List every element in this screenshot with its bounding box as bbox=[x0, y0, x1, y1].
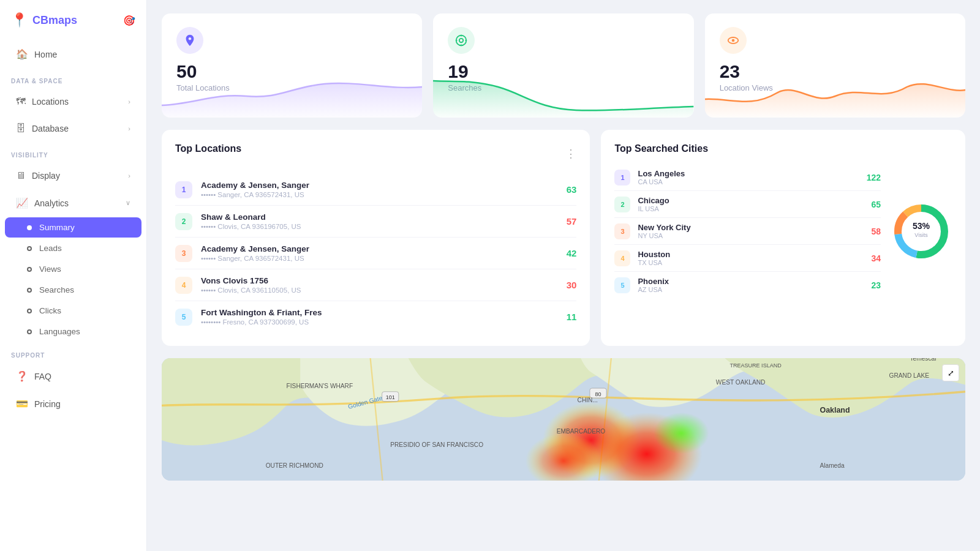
subnav-label-summary: Summary bbox=[39, 223, 75, 232]
sidebar-item-database[interactable]: 🗄 Database › bbox=[5, 116, 141, 141]
city-info-2: Chicago IL USA bbox=[638, 196, 864, 212]
subnav-label-searches: Searches bbox=[39, 285, 74, 294]
faq-icon: ❓ bbox=[16, 370, 28, 382]
svg-point-3 bbox=[731, 39, 734, 42]
location-addr-4: •••••• Clovis, CA 936110505, US bbox=[201, 287, 558, 294]
top-locations-menu-btn[interactable]: ⋮ bbox=[565, 148, 576, 159]
analytics-icon: 📈 bbox=[16, 197, 28, 209]
location-count-5: 11 bbox=[567, 312, 577, 322]
list-item: 1 Los Angeles CA USA 122 bbox=[614, 164, 881, 191]
location-addr-1: •••••• Sanger, CA 936572431, US bbox=[201, 191, 558, 198]
sidebar-item-label-database: Database bbox=[32, 124, 69, 133]
location-name-3: Academy & Jensen, Sanger bbox=[201, 244, 558, 253]
logo-target-icon[interactable]: 🎯 bbox=[123, 15, 135, 26]
rank-badge-3: 3 bbox=[175, 245, 192, 262]
city-count-5: 23 bbox=[871, 280, 881, 290]
city-name-2: Chicago bbox=[638, 196, 864, 205]
city-rank-1: 1 bbox=[614, 170, 630, 186]
svg-text:Oakland: Oakland bbox=[820, 406, 850, 414]
list-item: 4 Houston TX USA 34 bbox=[614, 245, 881, 272]
svg-text:TREASURE ISLAND: TREASURE ISLAND bbox=[729, 362, 782, 369]
location-addr-5: •••••••• Fresno, CA 937300699, US bbox=[201, 318, 558, 326]
list-item: 2 Chicago IL USA 65 bbox=[614, 191, 881, 218]
svg-text:EMBARCADERO: EMBARCADERO bbox=[557, 428, 606, 435]
location-name-4: Vons Clovis 1756 bbox=[201, 276, 558, 285]
sidebar-item-analytics[interactable]: 📈 Analytics ∨ bbox=[5, 190, 141, 216]
sidebar-item-searches[interactable]: Searches bbox=[5, 280, 141, 300]
sidebar-item-summary[interactable]: Summary bbox=[5, 217, 141, 238]
locations-icon: 🗺 bbox=[16, 96, 26, 107]
sidebar-item-pricing[interactable]: 💳 Pricing bbox=[5, 391, 141, 416]
chevron-down-icon-analytics: ∨ bbox=[126, 199, 130, 207]
location-info-2: Shaw & Leonard •••••• Clovis, CA 9361967… bbox=[201, 212, 558, 230]
analytics-subnav: Summary Leads Views Searches Clicks Lang… bbox=[0, 217, 146, 342]
city-region-5: AZ USA bbox=[638, 286, 864, 293]
location-info-1: Academy & Jensen, Sanger •••••• Sanger, … bbox=[201, 181, 558, 198]
leads-dot bbox=[27, 246, 32, 251]
chevron-right-icon-disp: › bbox=[128, 172, 130, 179]
sidebar-item-locations[interactable]: 🗺 Locations › bbox=[5, 89, 141, 114]
stat-card-views: 23 Location Views bbox=[705, 13, 965, 118]
sidebar-item-label-faq: FAQ bbox=[34, 372, 51, 381]
donut-chart: 53% Visits bbox=[891, 201, 952, 262]
search-circle-icon bbox=[454, 34, 468, 47]
table-row: 4 Vons Clovis 1756 •••••• Clovis, CA 936… bbox=[175, 269, 576, 301]
city-region-1: CA USA bbox=[638, 178, 859, 186]
location-info-3: Academy & Jensen, Sanger •••••• Sanger, … bbox=[201, 244, 558, 262]
subnav-label-languages: Languages bbox=[39, 327, 80, 336]
table-row: 3 Academy & Jensen, Sanger •••••• Sanger… bbox=[175, 238, 576, 269]
svg-text:101: 101 bbox=[386, 394, 395, 400]
sidebar-item-home[interactable]: 🏠 Home bbox=[5, 42, 141, 67]
svg-point-1 bbox=[459, 39, 463, 42]
logo-area: 📍 CBmaps 🎯 bbox=[0, 0, 146, 40]
subnav-label-clicks: Clicks bbox=[39, 306, 61, 315]
searches-chart bbox=[433, 75, 693, 118]
chevron-right-icon-db: › bbox=[128, 125, 130, 132]
views-stat-icon-wrap bbox=[720, 27, 747, 54]
table-row: 1 Academy & Jensen, Sanger •••••• Sanger… bbox=[175, 174, 576, 206]
stat-cards-row: 50 Total Locations bbox=[162, 13, 965, 118]
sidebar-item-label-home: Home bbox=[34, 50, 57, 59]
city-info-4: Houston TX USA bbox=[638, 250, 864, 266]
sidebar-item-views[interactable]: Views bbox=[5, 259, 141, 279]
section-label-data-space: Data & Space bbox=[0, 68, 146, 88]
location-count-4: 30 bbox=[567, 280, 577, 290]
city-rank-4: 4 bbox=[614, 250, 630, 266]
svg-text:FISHERMAN'S WHARF: FISHERMAN'S WHARF bbox=[287, 383, 353, 389]
svg-text:GRAND LAKE: GRAND LAKE bbox=[889, 372, 930, 379]
eye-icon bbox=[726, 34, 740, 47]
sidebar-item-faq[interactable]: ❓ FAQ bbox=[5, 364, 141, 389]
database-icon: 🗄 bbox=[16, 123, 26, 134]
panels-row: Top Locations ⋮ 1 Academy & Jensen, Sang… bbox=[162, 130, 965, 346]
city-name-3: New York City bbox=[638, 223, 864, 232]
map-expand-button[interactable]: ⤢ bbox=[942, 364, 959, 381]
svg-point-17 bbox=[654, 413, 709, 454]
sidebar-item-label-display: Display bbox=[32, 171, 60, 181]
city-region-2: IL USA bbox=[638, 205, 864, 212]
cities-inner: 1 Los Angeles CA USA 122 2 Chicago IL US… bbox=[614, 164, 952, 298]
city-name-5: Phoenix bbox=[638, 277, 864, 286]
city-count-1: 122 bbox=[867, 173, 881, 182]
sidebar-item-leads[interactable]: Leads bbox=[5, 238, 141, 258]
views-dot bbox=[27, 267, 32, 272]
top-cities-title: Top Searched Cities bbox=[614, 143, 952, 154]
city-count-2: 65 bbox=[871, 200, 881, 209]
city-name-1: Los Angeles bbox=[638, 169, 859, 178]
map-svg: 101 80 bbox=[162, 358, 965, 481]
views-chart bbox=[705, 75, 965, 118]
city-region-3: NY USA bbox=[638, 232, 864, 239]
svg-text:WEST OAKLAND: WEST OAKLAND bbox=[716, 379, 766, 386]
logo[interactable]: 📍 CBmaps bbox=[11, 12, 77, 28]
location-name-2: Shaw & Leonard bbox=[201, 212, 558, 222]
donut-chart-wrap: 53% Visits bbox=[891, 164, 952, 298]
sidebar-item-languages[interactable]: Languages bbox=[5, 321, 141, 342]
logo-pin-icon: 📍 bbox=[11, 12, 28, 28]
location-info-5: Fort Washington & Friant, Fres •••••••• … bbox=[201, 308, 558, 326]
city-count-3: 58 bbox=[871, 227, 881, 236]
sidebar-item-clicks[interactable]: Clicks bbox=[5, 301, 141, 321]
top-locations-panel: Top Locations ⋮ 1 Academy & Jensen, Sang… bbox=[162, 130, 590, 346]
map-background: 101 80 bbox=[162, 358, 965, 481]
city-info-3: New York City NY USA bbox=[638, 223, 864, 239]
searches-dot bbox=[27, 288, 32, 293]
sidebar-item-display[interactable]: 🖥 Display › bbox=[5, 163, 141, 188]
